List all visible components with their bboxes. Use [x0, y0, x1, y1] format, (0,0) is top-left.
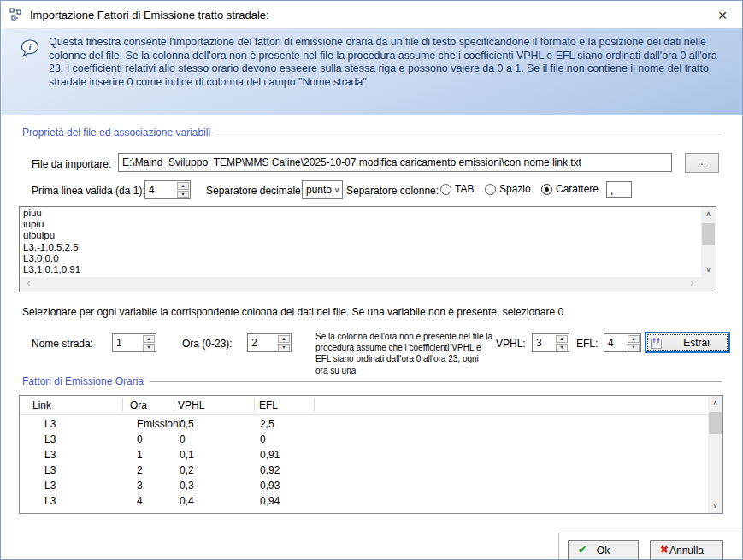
- scroll-down-icon[interactable]: ∨: [701, 262, 716, 277]
- efl-stepper[interactable]: 4 ▲ ▼: [604, 333, 641, 352]
- cell-link: L3: [44, 495, 56, 507]
- stepper-down-icon[interactable]: ▼: [177, 191, 189, 198]
- cell-efl: 0,93: [260, 480, 280, 492]
- file-path-input[interactable]: E:\Maind_Sviluppo_TEMP\MMS Caline\2025-1…: [118, 153, 672, 172]
- scrollbar-thumb[interactable]: [709, 412, 722, 434]
- radio-tab[interactable]: TAB: [440, 183, 474, 195]
- estrai-button[interactable]: Estrai: [645, 332, 730, 353]
- emission-factors-table: Link Ora VPHL EFL L3 Emissioni: 0,5 2,5 …: [19, 395, 723, 514]
- preview-line: piuu: [23, 208, 700, 219]
- table-row[interactable]: L3 4 0,4 0,94: [20, 493, 708, 509]
- stepper-up-icon[interactable]: ▲: [556, 335, 568, 343]
- stepper-down-icon[interactable]: ▼: [628, 344, 640, 351]
- group-divider-line: [216, 133, 722, 133]
- app-icon: [9, 8, 23, 21]
- title-bar[interactable]: Importazione Fattori di Emissione tratto…: [1, 1, 742, 28]
- info-bubble-icon: i: [21, 39, 39, 58]
- window-title: Importazione Fattori di Emissione tratto…: [30, 9, 269, 21]
- cell-ora: 0: [137, 433, 143, 445]
- table-row[interactable]: L3 3 0,3 0,93: [20, 478, 708, 493]
- stepper-down-icon[interactable]: ▼: [278, 344, 290, 351]
- cell-ora: Emissioni:: [137, 418, 184, 430]
- radio-circle-icon: [485, 184, 496, 195]
- radio-spazio[interactable]: Spazio: [485, 183, 531, 195]
- column-separator[interactable]: [122, 398, 123, 412]
- chevron-down-icon: ∨: [332, 186, 342, 194]
- ora-stepper[interactable]: 2 ▲ ▼: [247, 333, 292, 352]
- cell-link: L3: [44, 480, 56, 492]
- cell-vphl: 0,1: [180, 449, 194, 461]
- column-header-ora[interactable]: Ora: [130, 399, 147, 411]
- efl-value[interactable]: 4: [604, 334, 627, 351]
- mapping-instruction: Selezionare per ogni variabile la corris…: [22, 306, 563, 318]
- browse-button[interactable]: ...: [685, 153, 719, 173]
- stepper-up-icon[interactable]: ▲: [143, 335, 155, 343]
- scroll-up-icon[interactable]: ∧: [701, 207, 716, 221]
- extract-table-icon: [651, 337, 664, 349]
- ora-value[interactable]: 2: [248, 334, 277, 351]
- file-preview-box[interactable]: piuu iupiu uipuipu L3,-1,0.5,2.5 L3,0,0,…: [19, 206, 716, 292]
- cancel-button[interactable]: ✖ Annulla: [650, 540, 723, 560]
- column-separator[interactable]: [314, 398, 315, 412]
- cell-vphl: 0,3: [180, 480, 194, 492]
- table-row[interactable]: L3 2 0,2 0,92: [20, 463, 708, 478]
- column-separator[interactable]: [174, 398, 174, 412]
- nome-strada-stepper[interactable]: 1 ▲ ▼: [112, 333, 156, 352]
- ok-button[interactable]: ✔ Ok: [568, 540, 639, 560]
- column-header-efl[interactable]: EFL: [259, 399, 278, 411]
- stepper-up-icon[interactable]: ▲: [628, 335, 640, 343]
- hour-column-note: Se la colonna dell'ora non è presente ne…: [315, 331, 493, 376]
- radio-tab-label: TAB: [455, 183, 474, 195]
- banner-description: Questa finestra consente l'importazione …: [49, 36, 734, 89]
- scroll-left-icon[interactable]: ‹: [21, 277, 36, 292]
- check-icon: ✔: [578, 544, 587, 556]
- separator-char-input[interactable]: ,: [606, 181, 632, 198]
- estrai-button-label: Estrai: [664, 337, 728, 349]
- stepper-up-icon[interactable]: ▲: [278, 335, 290, 343]
- table-header-row: Link Ora VPHL EFL: [20, 396, 708, 415]
- efl-label: EFL:: [576, 338, 598, 350]
- table-row[interactable]: L3 0 0 0: [20, 432, 708, 447]
- preview-vertical-scrollbar[interactable]: ∧ ∨: [701, 207, 716, 277]
- scrollbar-thumb[interactable]: [702, 223, 715, 245]
- scrollbar-corner: [701, 277, 716, 292]
- cell-efl: 0: [260, 433, 266, 445]
- cell-link: L3: [44, 418, 56, 430]
- table-row[interactable]: L3 Emissioni: 0,5 2,5: [20, 416, 708, 432]
- cell-efl: 0,91: [260, 449, 280, 461]
- stepper-up-icon[interactable]: ▲: [177, 182, 189, 190]
- first-valid-line-stepper[interactable]: 4 ▲ ▼: [144, 180, 191, 199]
- decimal-separator-label: Separatore decimale:: [206, 185, 304, 197]
- scroll-up-icon[interactable]: ∧: [708, 396, 722, 410]
- table-vertical-scrollbar[interactable]: ∧ ∨: [708, 396, 722, 513]
- radio-circle-icon: [440, 184, 451, 195]
- column-header-link[interactable]: Link: [32, 399, 51, 411]
- import-emission-factors-dialog: Importazione Fattori di Emissione tratto…: [0, 0, 743, 560]
- cell-vphl: 0,5: [180, 418, 194, 430]
- table-row[interactable]: L3 1 0,1 0,91: [20, 447, 708, 463]
- cell-ora: 4: [137, 495, 143, 507]
- column-header-vphl[interactable]: VPHL: [178, 399, 204, 411]
- vphl-stepper[interactable]: 3 ▲ ▼: [532, 333, 569, 352]
- nome-strada-label: Nome strada:: [32, 338, 93, 350]
- vphl-value[interactable]: 3: [533, 334, 555, 351]
- decimal-separator-select[interactable]: punto ∨: [302, 180, 343, 199]
- first-valid-line-value[interactable]: 4: [145, 181, 176, 198]
- radio-carattere[interactable]: Carattere: [541, 183, 599, 195]
- stepper-down-icon[interactable]: ▼: [143, 344, 155, 351]
- scroll-down-icon[interactable]: ∨: [708, 498, 722, 513]
- first-valid-line-label: Prima linea valida (da 1):: [32, 185, 145, 197]
- close-icon[interactable]: ✕: [713, 7, 732, 24]
- emission-factors-group-title: Fattori di Emissione Oraria: [22, 375, 144, 387]
- preview-horizontal-scrollbar[interactable]: ‹ ›: [20, 277, 701, 292]
- scroll-right-icon[interactable]: ›: [685, 277, 699, 292]
- cell-efl: 0,92: [260, 464, 280, 476]
- cell-ora: 1: [137, 449, 143, 461]
- cell-vphl: 0,4: [180, 495, 194, 507]
- preview-line: L3,1,0.1,0.91: [23, 264, 700, 275]
- group-divider-line: [150, 381, 722, 382]
- nome-strada-value[interactable]: 1: [113, 334, 142, 351]
- stepper-down-icon[interactable]: ▼: [556, 344, 568, 351]
- decimal-separator-value: punto: [303, 184, 332, 196]
- column-separator[interactable]: [254, 398, 255, 412]
